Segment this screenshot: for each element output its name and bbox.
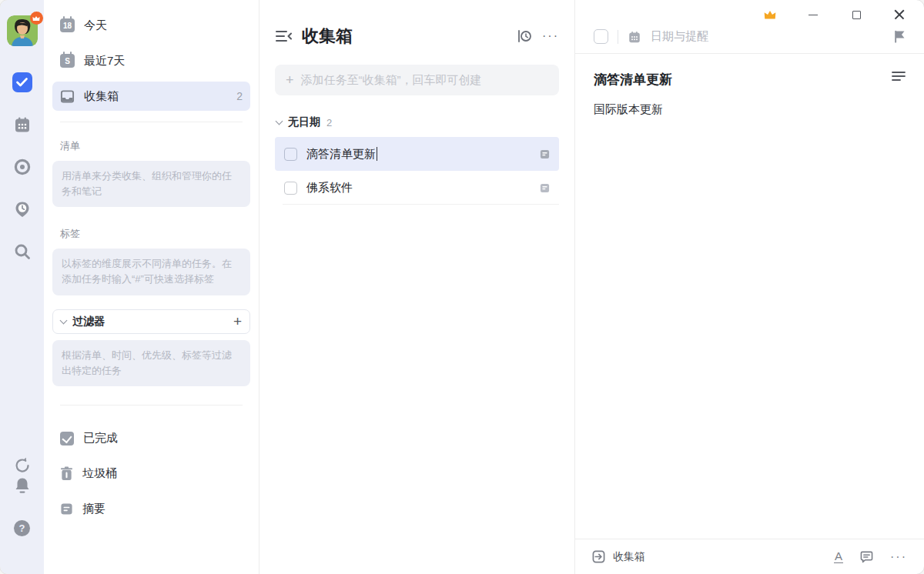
premium-crown-badge (30, 12, 43, 25)
ticktick-window: ? 18 今天 S 最近7天 收集箱 2 清单 用清单来分类收集、组织和管理你的… (0, 0, 924, 574)
detail-body: 滴答清单更新 国际版本更新 (575, 54, 924, 539)
trash-icon (60, 466, 73, 481)
add-task-input[interactable]: + 添加任务至“收集箱”，回车即可创建 (275, 65, 559, 95)
note-attachment-icon (540, 149, 550, 159)
nav-item-today[interactable]: 18 今天 (52, 11, 250, 40)
premium-crown-icon[interactable] (764, 8, 776, 21)
notification-bell-icon[interactable] (12, 476, 32, 496)
icon-rail: ? (0, 0, 44, 574)
section-title-tags: 标签 (60, 227, 243, 241)
close-button[interactable] (893, 8, 906, 21)
nav-item-trash[interactable]: 垃圾桶 (52, 459, 250, 489)
current-list-label[interactable]: 收集箱 (613, 550, 826, 564)
priority-flag-icon[interactable] (894, 30, 906, 43)
detail-header: 日期与提醒 (575, 25, 924, 54)
note-attachment-icon (540, 183, 550, 193)
week-calendar-icon: S (60, 54, 75, 68)
window-titlebar (575, 0, 924, 25)
filters-section-header[interactable]: 过滤器 + (52, 309, 250, 334)
detail-task-checkbox[interactable] (594, 29, 608, 44)
task-row[interactable]: 佛系软件 (275, 171, 559, 205)
comment-icon[interactable] (860, 551, 873, 563)
inbox-icon (60, 89, 75, 104)
date-reminder-label[interactable]: 日期与提醒 (651, 29, 885, 44)
add-task-placeholder: 添加任务至“收集箱”，回车即可创建 (301, 73, 482, 88)
nav-item-completed[interactable]: 已完成 (52, 424, 250, 453)
task-detail-panel: 日期与提醒 滴答清单更新 国际版本更新 收集箱 A ··· (575, 0, 924, 574)
group-count: 2 (326, 117, 332, 128)
divider (618, 30, 618, 44)
today-calendar-icon: 18 (60, 18, 75, 32)
nav-item-inbox[interactable]: 收集箱 2 (52, 82, 250, 111)
filters-title: 过滤器 (72, 315, 227, 329)
nav-item-label: 收集箱 (84, 89, 227, 104)
completed-check-icon (60, 432, 74, 446)
calendar-view-icon[interactable] (12, 115, 32, 135)
habit-view-icon[interactable] (12, 157, 32, 177)
section-title-lists: 清单 (60, 139, 243, 153)
sort-by-time-icon[interactable] (517, 29, 532, 43)
detail-menu-icon[interactable] (892, 71, 906, 82)
group-header-nodate[interactable]: 无日期 2 (276, 115, 557, 129)
task-title: 滴答清单更新 (306, 147, 531, 162)
collapse-sidebar-icon[interactable] (275, 29, 292, 43)
nav-item-label: 摘要 (82, 502, 243, 516)
text-format-icon[interactable]: A (834, 550, 843, 564)
chevron-down-icon (60, 316, 68, 324)
nav-item-label: 垃圾桶 (82, 466, 243, 481)
task-title: 佛系软件 (306, 181, 531, 195)
divider (60, 122, 243, 122)
task-list-panel: 收集箱 ··· + 添加任务至“收集箱”，回车即可创建 无日期 2 滴答清单更新… (259, 0, 575, 574)
divider (60, 405, 243, 405)
check-icon (12, 72, 32, 92)
nav-item-summary[interactable]: 摘要 (52, 495, 250, 524)
nav-item-label: 最近7天 (84, 54, 243, 68)
text-cursor (377, 147, 377, 161)
nav-item-label: 今天 (84, 18, 243, 33)
nav-item-label: 已完成 (83, 431, 243, 446)
search-icon[interactable] (12, 242, 32, 262)
minimize-button[interactable] (807, 8, 819, 21)
list-header: 收集箱 ··· (275, 25, 559, 48)
task-checkbox[interactable] (284, 148, 297, 161)
nav-footer: 已完成 垃圾桶 摘要 (52, 424, 250, 530)
list-title: 收集箱 (302, 25, 507, 48)
focus-view-icon[interactable] (12, 199, 32, 219)
group-label: 无日期 (288, 115, 320, 129)
sync-icon[interactable] (12, 456, 32, 476)
nav-panel: 18 今天 S 最近7天 收集箱 2 清单 用清单来分类收集、组织和管理你的任务… (44, 0, 259, 574)
add-filter-button[interactable]: + (233, 314, 242, 329)
help-icon[interactable]: ? (12, 518, 32, 538)
lists-empty-hint: 用清单来分类收集、组织和管理你的任务和笔记 (52, 161, 250, 207)
chevron-down-icon (276, 118, 283, 125)
question-mark-icon: ? (14, 520, 30, 536)
more-options-icon[interactable]: ··· (542, 30, 559, 42)
maximize-button[interactable] (850, 8, 862, 21)
nav-item-next7days[interactable]: S 最近7天 (52, 46, 250, 75)
inbox-count-badge: 2 (236, 90, 243, 102)
date-calendar-icon[interactable] (628, 30, 641, 44)
task-row[interactable]: 滴答清单更新 (275, 137, 559, 171)
tasks-view-icon[interactable] (12, 72, 32, 92)
more-options-icon[interactable]: ··· (890, 551, 907, 563)
tags-empty-hint: 以标签的维度展示不同清单的任务。在添加任务时输入“#”可快速选择标签 (52, 249, 250, 295)
summary-note-icon (60, 502, 73, 516)
user-avatar[interactable] (7, 15, 38, 46)
move-to-list-icon[interactable] (592, 550, 605, 563)
detail-task-title[interactable]: 滴答清单更新 (594, 71, 892, 88)
plus-icon: + (286, 73, 294, 87)
detail-task-content[interactable]: 国际版本更新 (594, 102, 906, 117)
detail-footer: 收集箱 A ··· (575, 539, 924, 574)
task-checkbox[interactable] (284, 182, 297, 195)
filters-empty-hint: 根据清单、时间、优先级、标签等过滤出特定的任务 (52, 340, 250, 386)
